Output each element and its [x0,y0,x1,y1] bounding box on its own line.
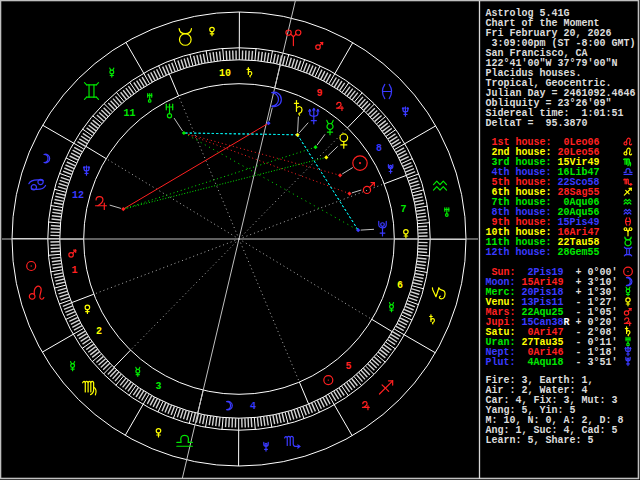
svg-text:10: 10 [219,68,231,79]
svg-text:DeltaT = 95.3870: DeltaT = 95.3870 [486,118,588,129]
svg-text:6: 6 [397,280,403,291]
svg-text:5: 5 [345,361,351,372]
svg-text:3: 3 [155,381,161,392]
svg-text:12: 12 [72,190,84,201]
svg-text:4Aqu18: 4Aqu18 [522,357,564,368]
svg-text:1: 1 [71,265,77,276]
svg-text:11: 11 [124,108,136,119]
svg-text:28Gem55: 28Gem55 [558,247,600,258]
svg-text:- 3°51': - 3°51' [576,357,618,368]
svg-text:Learn: 5, Share: 5: Learn: 5, Share: 5 [486,435,594,446]
svg-text:8: 8 [376,143,382,154]
svg-text:2: 2 [96,326,102,337]
svg-text:12th house:: 12th house: [486,247,552,258]
svg-text:R: R [564,317,570,328]
svg-text:4: 4 [250,401,256,412]
svg-text:7: 7 [400,204,406,215]
svg-text:9: 9 [317,88,323,99]
svg-text:Plut:: Plut: [486,357,516,368]
